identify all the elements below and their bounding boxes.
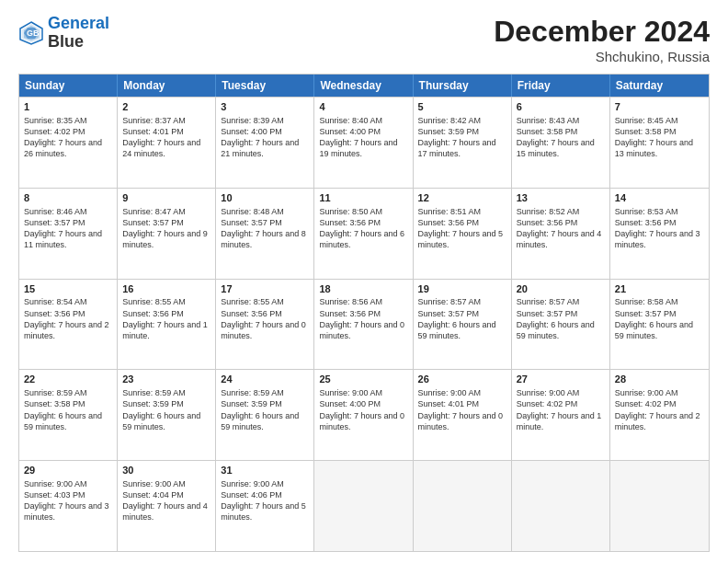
calendar-day-cell: 30Sunrise: 9:00 AMSunset: 4:04 PMDayligh… — [118, 461, 216, 551]
day-number: 11 — [319, 191, 407, 205]
daylight-info: Daylight: 7 hours and 0 minutes. — [319, 320, 404, 340]
day-number: 22 — [24, 373, 112, 386]
sunrise-info: Sunrise: 8:57 AM — [418, 297, 482, 306]
daylight-info: Daylight: 7 hours and 6 minutes. — [319, 229, 404, 249]
day-number: 30 — [122, 464, 210, 477]
sunrise-info: Sunrise: 8:59 AM — [24, 388, 87, 397]
sunrise-info: Sunrise: 8:53 AM — [615, 207, 678, 216]
day-number: 14 — [615, 191, 704, 205]
sunrise-info: Sunrise: 8:43 AM — [517, 116, 580, 125]
title-block: December 2024 Shchukino, Russia — [494, 15, 710, 64]
calendar-header-row: SundayMondayTuesdayWednesdayThursdayFrid… — [19, 75, 709, 97]
calendar-day-cell: 15Sunrise: 8:54 AMSunset: 3:56 PMDayligh… — [19, 280, 118, 370]
daylight-info: Daylight: 7 hours and 0 minutes. — [418, 411, 504, 431]
day-number: 2 — [122, 100, 210, 114]
sunset-info: Sunset: 4:03 PM — [24, 490, 85, 500]
calendar-day-cell: 24Sunrise: 8:59 AMSunset: 3:59 PMDayligh… — [216, 370, 314, 460]
sunset-info: Sunset: 3:59 PM — [221, 399, 282, 408]
sunrise-info: Sunrise: 8:55 AM — [122, 297, 186, 306]
day-number: 3 — [221, 100, 309, 114]
sunset-info: Sunset: 3:57 PM — [517, 309, 578, 318]
sunrise-info: Sunrise: 9:00 AM — [221, 479, 284, 488]
day-number: 5 — [418, 100, 506, 114]
calendar-week-row: 1Sunrise: 8:35 AMSunset: 4:02 PMDaylight… — [19, 97, 709, 188]
calendar-day-cell: 19Sunrise: 8:57 AMSunset: 3:57 PMDayligh… — [414, 280, 512, 370]
calendar-day-cell — [314, 461, 413, 551]
daylight-info: Daylight: 6 hours and 59 minutes. — [221, 411, 299, 431]
sunset-info: Sunset: 3:58 PM — [615, 127, 677, 136]
daylight-info: Daylight: 7 hours and 2 minutes. — [24, 320, 109, 340]
calendar-day-cell: 11Sunrise: 8:50 AMSunset: 3:56 PMDayligh… — [314, 189, 413, 279]
header: GB General Blue December 2024 Shchukino,… — [18, 15, 710, 64]
calendar-day-cell: 18Sunrise: 8:56 AMSunset: 3:56 PMDayligh… — [314, 280, 413, 370]
day-number: 25 — [319, 373, 407, 386]
day-number: 29 — [24, 464, 112, 477]
daylight-info: Daylight: 7 hours and 19 minutes. — [319, 138, 397, 158]
calendar-day-cell: 10Sunrise: 8:48 AMSunset: 3:57 PMDayligh… — [216, 189, 314, 279]
sunset-info: Sunset: 3:56 PM — [517, 218, 578, 227]
calendar-day-cell: 5Sunrise: 8:42 AMSunset: 3:59 PMDaylight… — [414, 98, 512, 188]
calendar-day-cell — [512, 461, 610, 551]
sunrise-info: Sunrise: 8:35 AM — [24, 116, 87, 125]
sunrise-info: Sunrise: 9:00 AM — [319, 388, 382, 397]
sunrise-info: Sunrise: 8:55 AM — [221, 297, 284, 306]
daylight-info: Daylight: 7 hours and 2 minutes. — [615, 411, 700, 431]
day-number: 9 — [122, 191, 210, 205]
sunrise-info: Sunrise: 9:00 AM — [418, 388, 482, 397]
sunrise-info: Sunrise: 8:46 AM — [24, 207, 87, 216]
day-number: 13 — [517, 191, 605, 205]
sunset-info: Sunset: 3:58 PM — [24, 399, 85, 408]
daylight-info: Daylight: 6 hours and 59 minutes. — [517, 320, 595, 340]
daylight-info: Daylight: 7 hours and 11 minutes. — [24, 229, 102, 249]
sunset-info: Sunset: 4:00 PM — [319, 399, 381, 408]
daylight-info: Daylight: 7 hours and 5 minutes. — [418, 229, 504, 249]
calendar-day-cell: 27Sunrise: 9:00 AMSunset: 4:02 PMDayligh… — [512, 370, 610, 460]
daylight-info: Daylight: 7 hours and 17 minutes. — [418, 138, 496, 158]
sunset-info: Sunset: 3:56 PM — [122, 309, 184, 318]
sunset-info: Sunset: 4:00 PM — [319, 127, 381, 136]
sunset-info: Sunset: 4:00 PM — [221, 127, 282, 136]
day-number: 21 — [615, 282, 704, 296]
sunrise-info: Sunrise: 8:39 AM — [221, 116, 284, 125]
sunrise-info: Sunrise: 8:48 AM — [221, 207, 284, 216]
calendar-day-cell: 14Sunrise: 8:53 AMSunset: 3:56 PMDayligh… — [610, 189, 709, 279]
day-number: 4 — [319, 100, 407, 114]
calendar-day-cell: 9Sunrise: 8:47 AMSunset: 3:57 PMDaylight… — [118, 189, 216, 279]
sunrise-info: Sunrise: 8:54 AM — [24, 297, 87, 306]
sunrise-info: Sunrise: 8:57 AM — [517, 297, 580, 306]
daylight-info: Daylight: 7 hours and 3 minutes. — [615, 229, 700, 249]
subtitle: Shchukino, Russia — [494, 49, 710, 64]
day-number: 20 — [517, 282, 605, 296]
day-number: 24 — [221, 373, 309, 386]
sunrise-info: Sunrise: 8:50 AM — [319, 207, 382, 216]
sunrise-info: Sunrise: 8:40 AM — [319, 116, 382, 125]
calendar-week-row: 15Sunrise: 8:54 AMSunset: 3:56 PMDayligh… — [19, 279, 709, 370]
sunrise-info: Sunrise: 8:59 AM — [122, 388, 186, 397]
svg-text:GB: GB — [27, 29, 40, 38]
calendar-header-cell: Sunday — [19, 75, 118, 97]
daylight-info: Daylight: 7 hours and 3 minutes. — [24, 501, 109, 522]
day-number: 28 — [615, 373, 704, 386]
calendar-day-cell — [610, 461, 709, 551]
sunrise-info: Sunrise: 9:00 AM — [24, 479, 87, 488]
sunset-info: Sunset: 3:57 PM — [24, 218, 85, 227]
main-title: December 2024 — [494, 15, 710, 49]
sunrise-info: Sunrise: 8:56 AM — [319, 297, 382, 306]
day-number: 15 — [24, 282, 112, 296]
logo-line2: Blue — [48, 33, 109, 52]
calendar-header-cell: Tuesday — [216, 75, 314, 97]
sunset-info: Sunset: 3:56 PM — [319, 218, 381, 227]
day-number: 27 — [517, 373, 605, 386]
calendar-day-cell: 7Sunrise: 8:45 AMSunset: 3:58 PMDaylight… — [610, 98, 709, 188]
daylight-info: Daylight: 7 hours and 21 minutes. — [221, 138, 299, 158]
day-number: 31 — [221, 464, 309, 477]
calendar-day-cell: 21Sunrise: 8:58 AMSunset: 3:57 PMDayligh… — [610, 280, 709, 370]
calendar-day-cell: 2Sunrise: 8:37 AMSunset: 4:01 PMDaylight… — [118, 98, 216, 188]
calendar-day-cell: 12Sunrise: 8:51 AMSunset: 3:56 PMDayligh… — [414, 189, 512, 279]
calendar-header-cell: Thursday — [414, 75, 512, 97]
logo-line1: General — [48, 14, 109, 32]
logo-text: General Blue — [48, 15, 109, 52]
day-number: 19 — [418, 282, 506, 296]
sunset-info: Sunset: 3:57 PM — [122, 218, 184, 227]
sunrise-info: Sunrise: 9:00 AM — [122, 479, 186, 488]
